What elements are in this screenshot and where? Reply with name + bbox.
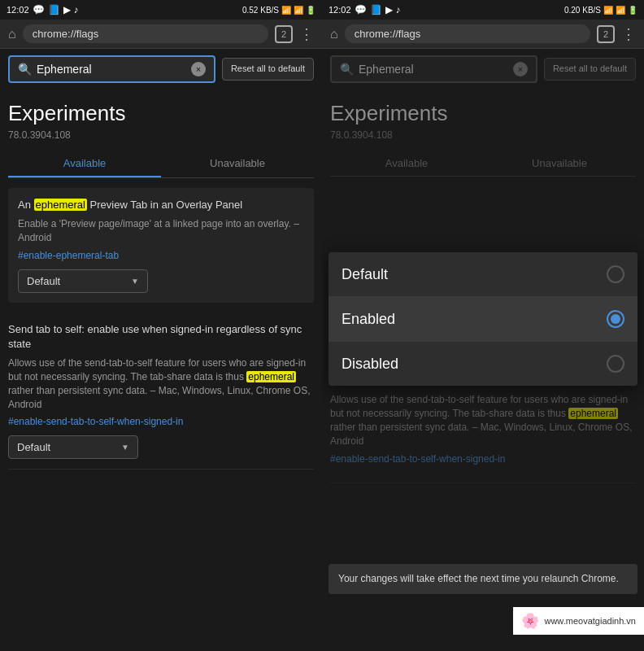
dropdown-flag-1[interactable]: Default ▼	[18, 269, 148, 293]
option-enabled[interactable]: Enabled	[329, 297, 637, 342]
wifi-icon-left: 📶	[281, 6, 291, 15]
status-icons-right: 0.20 KB/S 📶 📶 🔋	[564, 6, 637, 15]
facebook-icon: 📘	[48, 4, 60, 15]
radio-enabled	[607, 310, 624, 328]
reset-button-left[interactable]: Reset all to default	[222, 58, 314, 80]
right-phone-panel: 12:02 💬 📘 ▶ ♪ 0.20 KB/S 📶 📶 🔋 ⌂ chrome:/…	[322, 0, 644, 651]
dropdown-flag-2[interactable]: Default ▼	[8, 435, 138, 459]
search-clear-left[interactable]: ×	[191, 62, 206, 76]
option-disabled-label: Disabled	[342, 356, 398, 373]
search-bar-left: 🔍 Ephemeral × Reset all to default	[0, 49, 322, 90]
browser-bar-right: ⌂ chrome://flags 2 ⋮	[322, 20, 644, 49]
experiment-title-2: Send tab to self: enable use when signed…	[8, 322, 314, 352]
tabs-row-left: Available Unavailable	[8, 151, 314, 178]
facebook-icon-r: 📘	[370, 4, 382, 15]
search-box-right[interactable]: 🔍 Ephemeral ×	[330, 55, 537, 83]
url-bar-right[interactable]: chrome://flags	[345, 24, 590, 43]
signal-icon-left: 📶	[294, 6, 303, 15]
time-right: 12:02	[329, 5, 351, 15]
dropdown-overlay: Default Enabled Disabled	[329, 252, 637, 386]
highlight-2: ephemeral	[246, 371, 296, 382]
tiktok-icon: ♪	[74, 4, 79, 15]
title-prefix-1: An	[18, 199, 34, 211]
toast-message: Your changes will take effect the next t…	[329, 564, 637, 594]
browser-bar-left: ⌂ chrome://flags 2 ⋮	[0, 20, 322, 49]
highlight-2-right: ephemeral	[568, 408, 618, 419]
status-bar-left: 12:02 💬 📘 ▶ ♪ 0.52 KB/S 📶 📶 🔋	[0, 0, 322, 20]
tabs-button-right[interactable]: 2	[597, 25, 615, 43]
option-disabled[interactable]: Disabled	[329, 342, 637, 386]
youtube-icon-r: ▶	[385, 4, 393, 15]
search-bar-right: 🔍 Ephemeral × Reset all to default	[322, 49, 644, 90]
title-suffix-1: Preview Tab in an Overlay Panel	[87, 199, 242, 211]
watermark-logo-icon: 🌸	[521, 612, 539, 630]
radio-disabled	[607, 355, 624, 373]
signal-icon-right: 📶	[616, 6, 625, 15]
toast-text: Your changes will take effect the next t…	[338, 573, 619, 584]
status-icons-left: 0.52 KB/S 📶 📶 🔋	[242, 6, 315, 15]
watermark-url: www.meovatgiadinh.vn	[544, 616, 636, 626]
battery-icon-left: 🔋	[306, 6, 315, 15]
home-icon-left[interactable]: ⌂	[8, 27, 16, 42]
experiment-card-1: An ephemeral Preview Tab in an Overlay P…	[8, 188, 314, 303]
experiment-desc-2-right: Allows use of the send-tab-to-self featu…	[330, 393, 636, 448]
option-default[interactable]: Default	[329, 252, 637, 297]
experiment-link-1[interactable]: #enable-ephemeral-tab	[18, 250, 304, 261]
home-icon-right[interactable]: ⌂	[330, 27, 338, 42]
experiment-card-2: Send tab to self: enable use when signed…	[8, 312, 314, 470]
search-value-right: Ephemeral	[359, 63, 508, 76]
dropdown-value-1: Default	[27, 275, 60, 287]
experiment-link-2-right[interactable]: #enable-send-tab-to-self-when-signed-in	[330, 453, 636, 465]
search-clear-right[interactable]: ×	[513, 62, 528, 76]
url-bar-left[interactable]: chrome://flags	[23, 24, 268, 43]
version-right: 78.0.3904.108	[330, 129, 636, 151]
experiment-desc-2: Allows use of the send-tab-to-self featu…	[8, 356, 314, 411]
tab-available-right[interactable]: Available	[330, 151, 483, 176]
experiments-title-right: Experiments	[330, 90, 636, 129]
title-highlight-1: ephemeral	[34, 199, 87, 211]
dropdown-arrow-2: ▼	[121, 443, 129, 452]
youtube-icon: ▶	[63, 4, 71, 15]
network-speed-right: 0.20 KB/S	[564, 6, 601, 15]
radio-inner-enabled	[611, 314, 620, 324]
status-time-left: 12:02 💬 📘 ▶ ♪	[7, 4, 79, 15]
dropdown-value-2: Default	[17, 441, 50, 453]
version-left: 78.0.3904.108	[8, 129, 314, 151]
search-icon-left: 🔍	[18, 63, 32, 76]
experiment-title-1: An ephemeral Preview Tab in an Overlay P…	[18, 198, 304, 212]
wifi-icon-right: 📶	[603, 6, 613, 15]
messenger-icon-r: 💬	[355, 4, 367, 15]
content-left: Experiments 78.0.3904.108 Available Unav…	[0, 90, 322, 651]
experiments-title-left: Experiments	[8, 90, 314, 129]
search-box-left[interactable]: 🔍 Ephemeral ×	[8, 55, 215, 83]
tab-available-left[interactable]: Available	[8, 151, 161, 177]
network-speed-left: 0.52 KB/S	[242, 6, 279, 15]
experiment-link-2[interactable]: #enable-send-tab-to-self-when-signed-in	[8, 416, 314, 427]
reset-button-right[interactable]: Reset all to default	[544, 58, 636, 80]
tab-unavailable-right[interactable]: Unavailable	[483, 151, 636, 176]
dropdown-arrow-1: ▼	[131, 277, 139, 286]
messenger-icon: 💬	[33, 4, 45, 15]
search-icon-right: 🔍	[340, 63, 354, 76]
option-default-label: Default	[342, 266, 388, 283]
status-time-right: 12:02 💬 📘 ▶ ♪	[329, 4, 401, 15]
watermark: 🌸 www.meovatgiadinh.vn	[513, 607, 644, 635]
tabs-row-right: Available Unavailable	[330, 151, 636, 177]
radio-default	[607, 265, 624, 283]
battery-icon-right: 🔋	[628, 6, 637, 15]
option-enabled-label: Enabled	[342, 311, 395, 328]
status-bar-right: 12:02 💬 📘 ▶ ♪ 0.20 KB/S 📶 📶 🔋	[322, 0, 644, 20]
experiment-desc-1: Enable a 'Preview page/image' at a linke…	[18, 217, 304, 245]
search-value-left: Ephemeral	[37, 63, 186, 76]
tiktok-icon-r: ♪	[396, 4, 401, 15]
time-left: 12:02	[7, 5, 29, 15]
menu-icon-left[interactable]: ⋮	[299, 25, 314, 43]
menu-icon-right[interactable]: ⋮	[621, 25, 636, 43]
tabs-button-left[interactable]: 2	[275, 25, 293, 43]
left-phone-panel: 12:02 💬 📘 ▶ ♪ 0.52 KB/S 📶 📶 🔋 ⌂ chrome:/…	[0, 0, 322, 651]
tab-unavailable-left[interactable]: Unavailable	[161, 151, 314, 177]
